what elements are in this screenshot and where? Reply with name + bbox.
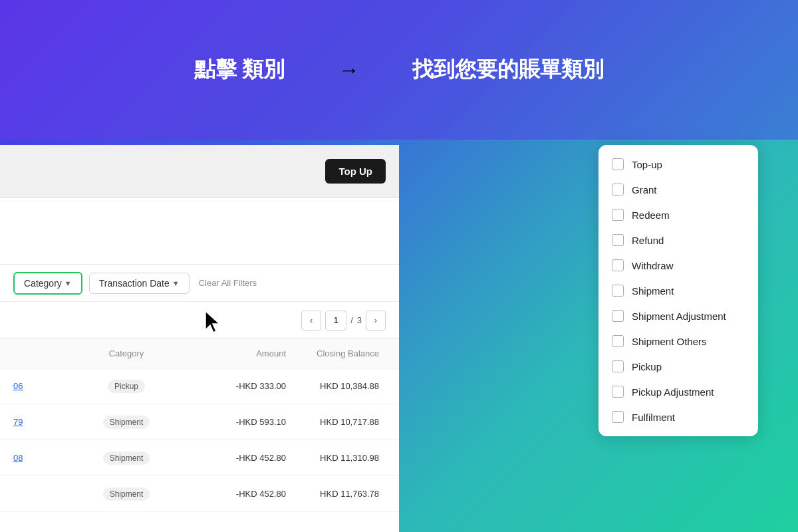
row-closing: HKD 10,717.88 xyxy=(286,417,386,427)
table-row: 08 Shipment -HKD 452.80 HKD 11,310.98 xyxy=(0,440,399,476)
category-badge: Shipment xyxy=(103,416,150,429)
header-arrow: → xyxy=(338,58,359,82)
dropdown-item[interactable]: Refund xyxy=(598,227,758,253)
page-number-input[interactable] xyxy=(325,311,346,331)
dropdown-item[interactable]: Grant xyxy=(598,177,758,202)
category-badge: Shipment xyxy=(103,452,150,465)
dropdown-item[interactable]: Shipment Others xyxy=(598,329,758,354)
col-header-amount: Amount xyxy=(200,348,286,358)
dropdown-item-label: Fulfilment xyxy=(632,412,675,423)
row-closing: HKD 11,310.98 xyxy=(286,453,386,463)
dropdown-item-label: Refund xyxy=(632,235,664,246)
transaction-date-label: Transaction Date xyxy=(99,278,170,289)
checkbox-icon[interactable] xyxy=(612,184,624,196)
row-closing: HKD 11,763.78 xyxy=(286,489,386,499)
row-category: Shipment xyxy=(53,487,200,501)
total-pages: 3 xyxy=(357,315,362,325)
header-left-text: 點擊 類別 xyxy=(194,55,285,84)
category-filter-label: Category xyxy=(24,278,62,289)
checkbox-icon[interactable] xyxy=(612,158,624,170)
category-badge: Pickup xyxy=(108,380,145,393)
dropdown-item[interactable]: Redeem xyxy=(598,202,758,227)
dropdown-item[interactable]: Shipment xyxy=(598,278,758,303)
transaction-date-filter-button[interactable]: Transaction Date ▼ xyxy=(89,273,190,294)
transaction-date-chevron-icon: ▼ xyxy=(172,279,180,287)
dropdown-item[interactable]: Fulfilment xyxy=(598,404,758,430)
row-amount: -HKD 593.10 xyxy=(200,417,286,427)
category-badge: Shipment xyxy=(103,487,150,501)
checkbox-icon[interactable] xyxy=(612,360,624,372)
dropdown-item[interactable]: Shipment Adjustment xyxy=(598,303,758,329)
dropdown-item[interactable]: Pickup Adjustment xyxy=(598,379,758,404)
checkbox-icon[interactable] xyxy=(612,234,624,246)
table-body: 06 Pickup -HKD 333.00 HKD 10,384.88 79 S… xyxy=(0,368,399,512)
row-amount: -HKD 452.80 xyxy=(200,489,286,499)
dropdown-item-label: Redeem xyxy=(632,209,670,221)
top-up-button[interactable]: Top Up xyxy=(325,159,386,184)
row-category: Shipment xyxy=(53,452,200,465)
dropdown-items-container: Top-up Grant Redeem Refund Withdraw Ship… xyxy=(598,152,758,430)
dropdown-item-label: Shipment Others xyxy=(632,336,707,347)
checkbox-icon[interactable] xyxy=(612,411,624,423)
dropdown-item[interactable]: Withdraw xyxy=(598,253,758,278)
checkbox-icon[interactable] xyxy=(612,285,624,297)
filter-bar: Category ▼ Transaction Date ▼ Clear All … xyxy=(0,265,399,302)
dropdown-item[interactable]: Pickup xyxy=(598,354,758,379)
checkbox-icon[interactable] xyxy=(612,259,624,271)
dropdown-item[interactable]: Top-up xyxy=(598,152,758,177)
dropdown-item-label: Withdraw xyxy=(632,260,674,271)
dropdown-item-label: Shipment Adjustment xyxy=(632,311,726,322)
checkbox-icon[interactable] xyxy=(612,310,624,322)
category-filter-button[interactable]: Category ▼ xyxy=(13,272,82,295)
table-row: Shipment -HKD 452.80 HKD 11,763.78 xyxy=(0,476,399,512)
dropdown-item-label: Pickup xyxy=(632,361,662,372)
row-closing: HKD 10,384.88 xyxy=(286,381,386,391)
dropdown-item-label: Top-up xyxy=(632,159,662,170)
dropdown-item-label: Pickup Adjustment xyxy=(632,386,714,398)
table-row: 79 Shipment -HKD 593.10 HKD 10,717.88 xyxy=(0,404,399,440)
row-category: Shipment xyxy=(53,416,200,429)
table-header: Category Amount Closing Balance xyxy=(0,339,399,368)
checkbox-icon[interactable] xyxy=(612,386,624,398)
row-amount: -HKD 452.80 xyxy=(200,453,286,463)
pagination-bar: ‹ / 3 › xyxy=(0,302,399,339)
row-id[interactable]: 79 xyxy=(13,417,53,427)
prev-page-button[interactable]: ‹ xyxy=(301,311,321,331)
category-dropdown: Top-up Grant Redeem Refund Withdraw Ship… xyxy=(598,145,758,436)
header-area: 點擊 類別 → 找到您要的賬單類別 xyxy=(0,0,798,140)
dropdown-item-label: Grant xyxy=(632,184,657,196)
row-id[interactable]: 06 xyxy=(13,381,53,391)
page-separator: / xyxy=(350,315,353,325)
col-header-category: Category xyxy=(53,348,200,358)
col-header-closing: Closing Balance xyxy=(286,348,386,358)
row-category: Pickup xyxy=(53,380,200,393)
checkbox-icon[interactable] xyxy=(612,335,624,347)
top-bar: Top Up xyxy=(0,145,399,198)
category-chevron-icon: ▼ xyxy=(65,279,72,287)
balance-area xyxy=(0,198,399,265)
checkbox-icon[interactable] xyxy=(612,209,624,221)
table-row: 06 Pickup -HKD 333.00 HKD 10,384.88 xyxy=(0,368,399,404)
header-right-text: 找到您要的賬單類別 xyxy=(412,55,604,84)
left-panel: Top Up Category ▼ Transaction Date ▼ Cle… xyxy=(0,145,399,532)
next-page-button[interactable]: › xyxy=(366,311,386,331)
row-id[interactable]: 08 xyxy=(13,453,53,463)
dropdown-item-label: Shipment xyxy=(632,285,674,297)
clear-all-filters-link[interactable]: Clear All Filters xyxy=(199,278,257,288)
row-amount: -HKD 333.00 xyxy=(200,381,286,391)
